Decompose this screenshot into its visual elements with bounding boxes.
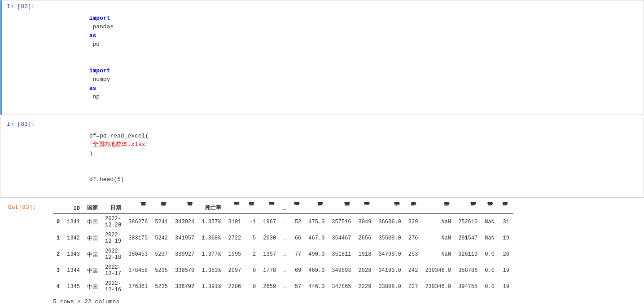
th-cumconf: 累计确诊 [125, 202, 151, 214]
cell-closecontact: 326119 [455, 246, 481, 262]
cell-localnewconf: 3049 [355, 214, 375, 231]
keyword: as [89, 32, 96, 39]
th-newrecov: 新增治愈 [259, 202, 280, 214]
cell-deathrate: 1.383% [198, 262, 224, 279]
cell-83-code[interactable]: df=pd.read_excel( '全国内地整体.xlsx' ) df.hea… [47, 121, 639, 195]
notebook: In [82]: import pandas as pd import nump… [0, 0, 644, 306]
out-indent [0, 200, 8, 306]
plain-text: df.head(5) [89, 176, 124, 183]
cell-newasymp: 0.0 [481, 262, 498, 279]
th-cumrecov: 累计治愈 [171, 202, 198, 214]
cell-newoversea: 57 [290, 279, 305, 295]
cell-ellipsis: … [280, 214, 290, 231]
cell-newdeath: 0 [245, 279, 259, 295]
row-index: 4 [53, 279, 63, 295]
th-ellipsis: … [280, 202, 290, 214]
dataframe-table: ID 国家 日期 累计确诊 累计死亡 累计治愈 死亡率 新增确诊 新增死亡 新增… [53, 202, 513, 295]
th-localnewconf: 本土新增确诊 [355, 202, 375, 214]
cell-newasymp: NaN [481, 214, 498, 231]
cell-severe: 227 [405, 279, 422, 295]
th-deathrate: 死亡率 [198, 202, 224, 214]
table-row: 2 1343 中国 2022-12-18 380453 5237 339927 … [53, 246, 513, 262]
table-row: 1 1342 中国 2022-12-19 383175 5242 341957 … [53, 230, 513, 246]
plain-text: pd [89, 41, 100, 48]
cell-newrecov: 1778 [259, 262, 280, 279]
table-row: 3 1344 中国 2022-12-17 378458 5235 338570 … [53, 262, 513, 279]
cell-date: 2022-12-16 [101, 279, 125, 295]
cell-deathrate: 1.357% [198, 214, 224, 231]
table-row: 4 1345 中国 2022-12-16 376361 5235 336792 … [53, 279, 513, 295]
th-ID: ID [63, 202, 83, 214]
cell-country: 中国 [83, 279, 101, 295]
out-83: Out[83]: ID 国家 日期 累计确诊 累计死亡 累计治愈 [0, 200, 644, 306]
cell-83-content[interactable]: In [83]: df=pd.read_excel( '全国内地整体.xlsx'… [2, 118, 644, 197]
cell-ellipsis: … [280, 246, 290, 262]
cell-country: 中国 [83, 262, 101, 279]
th-closecontact: 现存密切接触者 [455, 202, 481, 214]
cell-country: 中国 [83, 230, 101, 246]
cell-deathrate: 1.377% [198, 246, 224, 262]
cell-suspected: 20 [498, 246, 513, 262]
cell-ellipsis: … [280, 230, 290, 246]
table-header-row: ID 国家 日期 累计确诊 累计死亡 累计治愈 死亡率 新增确诊 新增死亡 新增… [53, 202, 513, 214]
code-line: df=pd.read_excel( '全国内地整体.xlsx' ) [47, 123, 639, 167]
th-localcumconf: 本土累计确诊 [328, 202, 355, 214]
cell-curoversea: 490.0 [305, 246, 328, 262]
cell-82-prompt: In [82]: [7, 3, 47, 10]
th-newasymp: 新增无症状 [481, 202, 498, 214]
cell-localcumconf: 349893 [328, 262, 355, 279]
cell-id: 1345 [63, 279, 83, 295]
cell-deathrate: 1.368% [198, 230, 224, 246]
th-index [53, 202, 63, 214]
cell-curoversea: 446.0 [305, 279, 328, 295]
cell-id: 1342 [63, 230, 83, 246]
cell-82-code[interactable]: import pandas as pd import numpy as np [47, 3, 639, 112]
cell-newoversea: 69 [290, 262, 305, 279]
cell-82-content[interactable]: In [82]: import pandas as pd import nump… [2, 0, 644, 115]
cell-newoversea: 66 [290, 230, 305, 246]
cell-localcurconf: 35509.0 [375, 230, 404, 246]
cell-id: 1341 [63, 214, 83, 231]
cell-date: 2022-12-18 [101, 246, 125, 262]
cell-id: 1344 [63, 262, 83, 279]
th-suspected: 现存疑似 [498, 202, 513, 214]
cell-newoversea: 77 [290, 246, 305, 262]
cell-asymp: 230346.0 [421, 279, 455, 295]
cell-country: 中国 [83, 246, 101, 262]
cell-newconf: 3101 [225, 214, 245, 231]
cell-curoversea: 475.0 [305, 214, 328, 231]
cell-ellipsis: … [280, 279, 290, 295]
th-country: 国家 [83, 202, 101, 214]
plain-text: pandas [89, 23, 117, 30]
cell-cumrecov: 343924 [171, 214, 198, 231]
cell-newdeath: -1 [245, 214, 259, 231]
cell-cumdeath: 5237 [151, 246, 171, 262]
dataframe-container: ID 国家 日期 累计确诊 累计死亡 累计治愈 死亡率 新增确诊 新增死亡 新增… [48, 202, 644, 305]
cell-newasymp: NaN [481, 230, 498, 246]
cell-cumconf: 376361 [125, 279, 151, 295]
cell-newconf: 1995 [225, 246, 245, 262]
cell-localcumconf: 354467 [328, 230, 355, 246]
cell-curoversea: 460.0 [305, 262, 328, 279]
cell-newoversea: 52 [290, 214, 305, 231]
cell-newrecov: 2030 [259, 230, 280, 246]
th-localcurconf: 本土现存确诊 [375, 202, 404, 214]
cell-newconf: 2286 [225, 279, 245, 295]
cell-newrecov: 2659 [259, 279, 280, 295]
rows-info: 5 rows × 22 columns [53, 298, 644, 305]
cell-cumconf: 378458 [125, 262, 151, 279]
th-curoversea: 现存境外输入 [305, 202, 328, 214]
cell-localcurconf: 33888.0 [375, 279, 404, 295]
cell-closecontact: 252610 [455, 214, 481, 231]
cell-localcumconf: 357516 [328, 214, 355, 231]
plain-text: numpy [89, 76, 114, 83]
cell-asymp: NaN [421, 246, 455, 262]
keyword: as [89, 85, 96, 92]
cell-newconf: 2097 [225, 262, 245, 279]
cell-cumrecov: 341957 [171, 230, 198, 246]
cell-cumconf: 383175 [125, 230, 151, 246]
row-index: 0 [53, 214, 63, 231]
cell-date: 2022-12-19 [101, 230, 125, 246]
keyword: import [89, 67, 110, 74]
cell-severe: 276 [405, 230, 422, 246]
